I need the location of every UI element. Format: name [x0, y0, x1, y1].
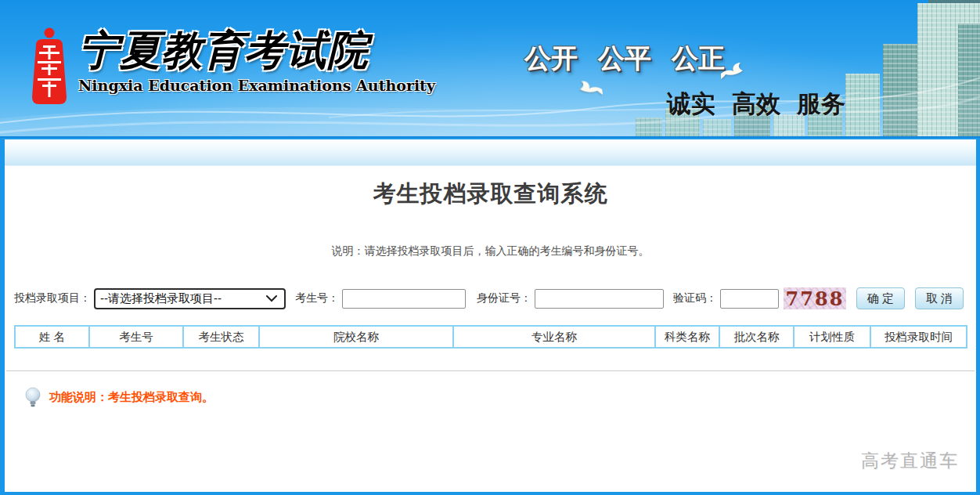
slogan-word: 公平 [598, 43, 651, 73]
cancel-button[interactable]: 取 消 [915, 287, 964, 309]
id-card-input[interactable] [535, 289, 664, 309]
project-select[interactable]: --请选择投档录取项目-- [94, 288, 286, 309]
content-frame: 考生投档录取查询系统 说明：请选择投档录取项目后，输入正确的考生编号和身份证号。… [0, 138, 980, 495]
col-plan-type: 计划性质 [794, 326, 870, 348]
query-form: 投档录取项目： --请选择投档录取项目-- 考生号： 身份证号： 验证码： 77… [14, 287, 976, 309]
candidate-no-input[interactable] [342, 289, 466, 309]
table-header-row: 姓 名 考生号 考生状态 院校名称 专业名称 科类名称 批次名称 计划性质 投档… [15, 326, 967, 348]
slogan-word: 高效 [732, 90, 780, 117]
slogan-bottom: 诚实高效服务 [667, 88, 862, 121]
slogan-word: 诚实 [667, 90, 715, 117]
building [703, 119, 731, 138]
chevron-down-icon [266, 295, 277, 302]
col-status: 考生状态 [183, 326, 259, 348]
dove-icon [719, 61, 745, 83]
col-batch: 批次名称 [719, 326, 794, 348]
project-select-value: --请选择投档录取项目-- [100, 291, 222, 306]
divider [6, 370, 975, 371]
function-note: 功能说明：考生投档录取查询。 [25, 387, 976, 407]
col-subject-type: 科类名称 [655, 326, 719, 348]
col-name: 姓 名 [15, 326, 89, 348]
instruction-text: 说明：请选择投档录取项目后，输入正确的考生编号和身份证号。 [5, 244, 976, 258]
building [883, 44, 919, 138]
site-title-cn: 宁夏教育考试院 [78, 27, 407, 74]
function-note-text: 功能说明：考生投档录取查询。 [49, 390, 214, 405]
col-major: 专业名称 [453, 326, 655, 348]
building [958, 23, 980, 138]
watermark: 高考直通车 [861, 449, 959, 473]
col-candidate-no: 考生号 [89, 326, 183, 348]
candidate-no-label: 考生号： [295, 291, 339, 305]
slogan-word: 服务 [797, 90, 845, 117]
site-banner: 宁夏教育考试院 Ningxia Education Examinations A… [0, 0, 980, 138]
panel-header-bar [5, 139, 976, 166]
slogan-word: 公正 [672, 43, 725, 73]
seal-logo-icon [26, 27, 73, 108]
page-title: 考生投档录取查询系统 [5, 179, 976, 210]
captcha-label: 验证码： [673, 291, 717, 305]
dove-icon [576, 77, 606, 102]
results-table: 姓 名 考生号 考生状态 院校名称 专业名称 科类名称 批次名称 计划性质 投档… [14, 325, 967, 349]
light-bulb-icon [25, 387, 41, 407]
site-logo-text: 宁夏教育考试院 Ningxia Education Examinations A… [78, 27, 407, 94]
captcha-image[interactable]: 7788 [784, 287, 846, 309]
page: 宁夏教育考试院 Ningxia Education Examinations A… [0, 0, 980, 495]
slogan-word: 公开 [524, 43, 578, 73]
project-label: 投档录取项目： [14, 291, 91, 305]
site-title-en: Ningxia Education Examinations Authority [78, 77, 407, 94]
col-admission-time: 投档录取时间 [870, 326, 967, 348]
slogan-top: 公开公平公正 [524, 41, 745, 77]
id-card-label: 身份证号： [477, 291, 531, 305]
col-institution: 院校名称 [259, 326, 453, 348]
building [636, 117, 662, 138]
confirm-button[interactable]: 确 定 [856, 287, 905, 309]
captcha-input[interactable] [720, 289, 779, 309]
